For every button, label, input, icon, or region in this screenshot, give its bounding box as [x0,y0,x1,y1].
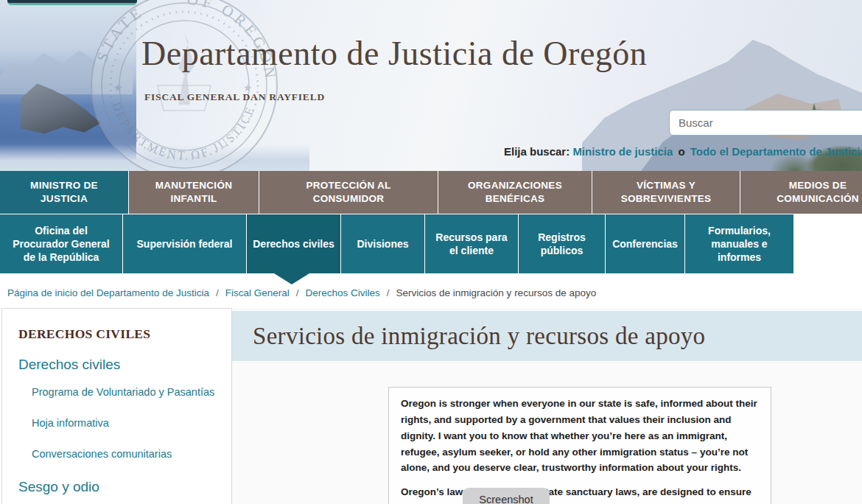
primary-nav-tab-label: MEDIOS DE COMUNICACIÓN [740,179,862,205]
skip-link-remnant [7,0,137,5]
letter-image: Oregon is stronger when everyone in our … [388,387,771,504]
primary-nav-tab-label: VÍCTIMAS Y SOBREVIVIENTES [592,179,740,205]
site-header: STATE OF OREGON DEPARTMENT OF JUSTICE ★ … [0,0,862,171]
sidebar-menu: Derechos civilesPrograma de Voluntariado… [18,357,224,495]
sidebar-derechos-civiles: DERECHOS CIVILES Derechos civilesProgram… [1,308,232,504]
secondary-nav-tab-label: Supervisión federal [131,237,239,251]
search-scope-label: Elija buscar: [504,145,570,158]
breadcrumb: Página de inicio del Departamento de Jus… [0,273,862,308]
breadcrumb-item: Servicios de inmigración y recursos de a… [396,287,597,298]
secondary-nav-tab[interactable]: Recursos para el cliente [425,214,518,273]
state-seal-watermark: STATE OF OREGON DEPARTMENT OF JUSTICE ★ … [87,0,281,171]
primary-nav-tab[interactable]: VÍCTIMAS Y SOBREVIVIENTES [592,171,740,214]
breadcrumb-item: / [216,287,219,298]
letter-paragraph: Oregon’s laws, including our state sanct… [401,484,757,504]
primary-nav-tab-label: PROTECCIÓN AL CONSUMIDOR [259,179,438,205]
letter-paragraph: Oregon is stronger when everyone in our … [401,396,757,476]
svg-text:★: ★ [113,82,123,94]
primary-nav-tab[interactable]: MINISTRO DE JUSTICIA [0,171,128,214]
search-scope-chooser: Elija buscar: Ministro de justicia o Tod… [504,145,862,158]
page-title-band: Servicios de inmigración y recursos de a… [232,311,862,361]
primary-nav-tab-label: MINISTRO DE JUSTICIA [0,179,128,205]
search-scope-or: o [676,145,687,158]
sidebar-item[interactable]: Derechos civiles [18,357,224,373]
breadcrumb-item: / [387,287,390,298]
breadcrumb-item[interactable]: Página de inicio del Departamento de Jus… [7,287,209,298]
sidebar-item[interactable]: Programa de Voluntariado y Pasantías [32,386,224,398]
secondary-navigation: Oficina del Procurador General de la Rep… [0,214,862,273]
primary-nav-tab[interactable]: ORGANIZACIONES BENÉFICAS [438,171,592,214]
secondary-nav-tab-label: Conferencias [606,237,684,251]
secondary-nav-tab-label: Divisiones [351,237,414,251]
primary-nav-tab-label: ORGANIZACIONES BENÉFICAS [438,179,592,205]
sidebar-item[interactable]: Sesgo y odio [18,479,224,495]
site-subtitle: FISCAL GENERAL DAN RAYFIELD [144,91,325,103]
breadcrumb-item[interactable]: Fiscal General [225,287,290,298]
primary-nav-tab-label: MANUTENCIÓN INFANTIL [129,179,259,205]
secondary-nav-tab-label: Recursos para el cliente [425,231,518,257]
site-title[interactable]: Departamento de Justicia de Oregón [141,34,647,73]
secondary-nav-tab-label: Formularios, manuales e informes [685,224,793,265]
secondary-nav-tab[interactable]: Formularios, manuales e informes [685,214,793,273]
breadcrumb-item[interactable]: Derechos Civiles [306,287,380,298]
primary-nav-tab[interactable]: MEDIOS DE COMUNICACIÓN [740,171,862,214]
main-content: Servicios de inmigración y recursos de a… [232,308,862,504]
secondary-nav-tab-label: Derechos civiles [247,237,340,251]
search-scope-attorney-general[interactable]: Ministro de justicia [572,145,673,158]
search-input[interactable] [669,110,862,136]
secondary-nav-tab[interactable]: Derechos civiles [247,214,340,273]
sidebar-heading: DERECHOS CIVILES [18,326,224,342]
primary-nav-tab[interactable]: MANUTENCIÓN INFANTIL [129,171,259,214]
search-scope-all-doj[interactable]: Todo el Departamento de Justicia [690,145,862,158]
secondary-nav-tab[interactable]: Conferencias [606,214,684,273]
screenshot-tooltip-label: Screenshot [479,494,533,504]
active-tab-pointer-icon [274,273,309,284]
screenshot-tooltip: Screenshot [463,488,550,504]
secondary-nav-tab-label: Oficina del Procurador General de la Rep… [0,224,122,265]
content-region: DERECHOS CIVILES Derechos civilesProgram… [0,308,862,504]
secondary-nav-tab[interactable]: Supervisión federal [123,214,246,273]
breadcrumb-item: / [296,287,299,298]
page-title: Servicios de inmigración y recursos de a… [253,323,705,350]
primary-nav-tab[interactable]: PROTECCIÓN AL CONSUMIDOR [259,171,438,214]
secondary-nav-tab[interactable]: Divisiones [341,214,424,273]
sidebar-item[interactable]: Hoja informativa [32,417,224,429]
primary-navigation: MINISTRO DE JUSTICIAMANUTENCIÓN INFANTIL… [0,171,862,214]
secondary-nav-tab[interactable]: Registros públicos [519,214,605,273]
secondary-nav-tab[interactable]: Oficina del Procurador General de la Rep… [0,214,122,273]
secondary-nav-tab-label: Registros públicos [519,231,605,257]
sidebar-item[interactable]: Conversaciones comunitarias [32,448,224,460]
